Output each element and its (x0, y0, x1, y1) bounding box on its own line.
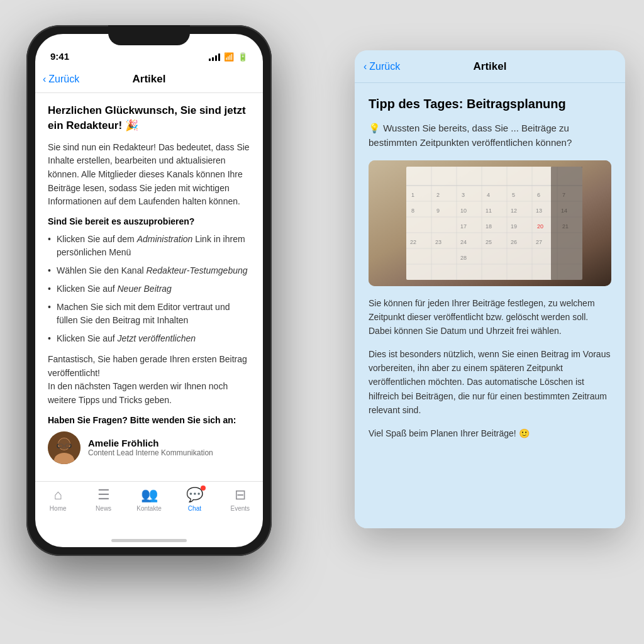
article-outro1: Fantastisch, Sie haben gerade Ihren erst… (48, 353, 250, 408)
list-item: Wählen Sie den Kanal Redakteur-Testumgeb… (48, 264, 250, 277)
phone-back-label: Zurück (48, 74, 79, 85)
article-intro: Sie sind nun ein Redakteur! Das bedeutet… (48, 141, 250, 209)
svg-text:10: 10 (460, 208, 467, 214)
svg-text:4: 4 (487, 192, 490, 198)
tab-events-label: Events (231, 505, 250, 512)
notch (108, 25, 190, 45)
second-back-button[interactable]: ‹ Zurück (364, 61, 400, 72)
svg-text:9: 9 (436, 208, 440, 214)
home-indicator (35, 533, 263, 547)
list-item: Klicken Sie auf dem Administration Link … (48, 233, 250, 259)
svg-text:19: 19 (511, 223, 517, 230)
home-bar (111, 539, 187, 542)
second-para2: Dies ist besonders nützlich, wenn Sie ei… (369, 347, 611, 418)
tab-bar: ⌂ Home ☰ News 👥 Kontakte 💬 Chat (35, 481, 263, 533)
phone-nav-title: Artikel (133, 73, 166, 86)
tab-home[interactable]: ⌂ Home (35, 487, 80, 512)
events-icon: ⊟ (235, 487, 246, 503)
svg-text:13: 13 (536, 208, 542, 214)
second-nav-bar: ‹ Zurück Artikel (355, 50, 625, 83)
article-contact-heading: Haben Sie Fragen? Bitte wenden Sie sich … (48, 415, 250, 425)
article-heading: Herzlichen Glückwunsch, Sie sind jetzt e… (48, 103, 250, 133)
wifi-icon: 📶 (224, 52, 234, 62)
list-item: Klicken Sie auf Jetzt veröffentlichen (48, 332, 250, 345)
second-article-heading: Tipp des Tages: Beitragsplanung (369, 96, 611, 112)
svg-text:5: 5 (512, 192, 515, 198)
tab-news-label: News (96, 505, 111, 512)
contact-card: Amelie Fröhlich Content Lead Interne Kom… (48, 431, 250, 464)
contact-title: Content Lead Interne Kommunikation (88, 448, 213, 457)
list-item: Machen Sie sich mit dem Editor vertraut … (48, 301, 250, 327)
tab-chat-label: Chat (188, 505, 201, 512)
second-para3: Viel Spaß beim Planen Ihrer Beiträge! 🙂 (369, 426, 611, 440)
avatar (48, 431, 80, 464)
svg-text:22: 22 (410, 239, 416, 245)
svg-text:18: 18 (486, 223, 492, 230)
status-icons: 📶 🔋 (209, 52, 248, 62)
second-article-content: Tipp des Tages: Beitragsplanung 💡 Wusste… (355, 83, 625, 528)
phone-nav-bar: ‹ Zurück Artikel (35, 65, 263, 93)
second-para1: Sie können für jeden Ihrer Beiträge fest… (369, 296, 611, 338)
svg-text:1: 1 (411, 192, 414, 198)
svg-text:17: 17 (460, 223, 467, 230)
signal-icon (209, 53, 220, 61)
tab-news[interactable]: ☰ News (80, 487, 126, 512)
second-nav-title: Artikel (474, 60, 507, 73)
svg-text:8: 8 (411, 208, 414, 214)
status-time: 9:41 (50, 51, 69, 62)
tab-home-label: Home (50, 505, 67, 512)
tab-chat[interactable]: 💬 Chat (172, 487, 217, 512)
svg-text:6: 6 (537, 192, 540, 198)
chevron-left-icon: ‹ (364, 61, 367, 72)
chevron-left-icon: ‹ (43, 74, 46, 85)
svg-text:23: 23 (435, 239, 441, 245)
tab-events[interactable]: ⊟ Events (218, 487, 263, 512)
home-icon: ⌂ (54, 487, 62, 503)
svg-text:28: 28 (460, 255, 467, 261)
chat-badge-dot (201, 486, 206, 491)
svg-text:24: 24 (460, 239, 467, 245)
svg-text:12: 12 (511, 208, 517, 214)
news-icon: ☰ (97, 487, 110, 503)
list-item: Klicken Sie auf Neuer Beitrag (48, 282, 250, 296)
svg-text:2: 2 (436, 192, 440, 198)
contact-info: Amelie Fröhlich Content Lead Interne Kom… (88, 438, 213, 457)
phone-article-content: Herzlichen Glückwunsch, Sie sind jetzt e… (35, 93, 263, 481)
chat-badge-container: 💬 (186, 487, 203, 503)
second-tip-intro: 💡 Wussten Sie bereits, dass Sie ... Beit… (369, 121, 611, 150)
calendar-image: 1 2 3 4 5 6 7 8 9 10 11 12 13 14 17 18 1 (369, 160, 611, 286)
svg-text:3: 3 (462, 192, 465, 198)
second-back-label: Zurück (369, 61, 400, 72)
svg-point-7 (58, 438, 70, 450)
svg-text:11: 11 (486, 208, 492, 214)
bullet-list: Klicken Sie auf dem Administration Link … (48, 233, 250, 345)
kontakte-icon: 👥 (141, 487, 158, 503)
svg-text:20: 20 (537, 223, 543, 230)
second-screen: ‹ Zurück Artikel Tipp des Tages: Beitrag… (355, 50, 625, 528)
phone-screen: 9:41 📶 🔋 ‹ Zurück (35, 34, 263, 547)
tab-kontakte-label: Kontakte (136, 505, 161, 512)
phone-back-button[interactable]: ‹ Zurück (43, 74, 79, 85)
tab-kontakte[interactable]: 👥 Kontakte (126, 487, 172, 512)
svg-text:27: 27 (536, 239, 542, 245)
phone-frame: 9:41 📶 🔋 ‹ Zurück (26, 25, 272, 556)
article-subheading: Sind Sie bereit es auszuprobieren? (48, 216, 250, 226)
svg-text:25: 25 (486, 239, 492, 245)
svg-text:26: 26 (511, 239, 517, 245)
battery-icon: 🔋 (238, 52, 248, 62)
contact-name: Amelie Fröhlich (88, 438, 213, 448)
scene: 9:41 📶 🔋 ‹ Zurück (0, 0, 644, 644)
svg-rect-48 (551, 167, 582, 280)
